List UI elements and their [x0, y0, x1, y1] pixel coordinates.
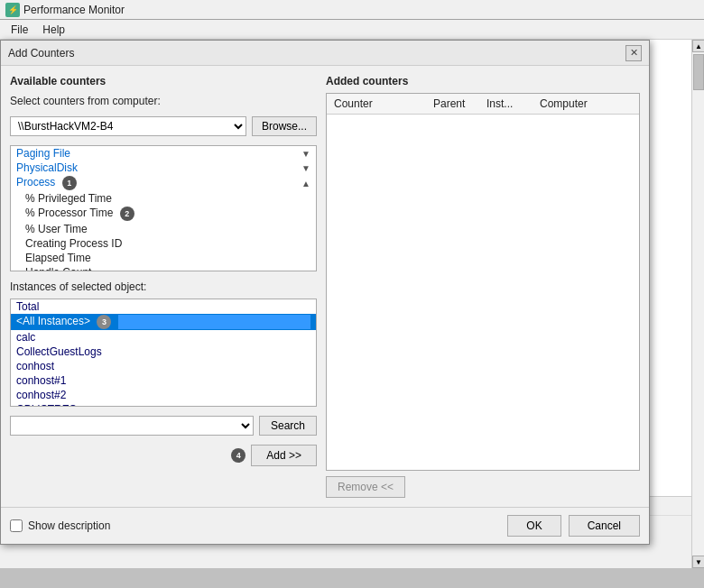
badge-1: 1	[62, 176, 77, 190]
list-item[interactable]: calc	[11, 330, 316, 345]
dialog-close-button[interactable]: ✕	[625, 45, 642, 61]
remove-button[interactable]: Remove <<	[326, 476, 405, 498]
added-counters-label: Added counters	[326, 75, 640, 87]
title-bar: ⚡ Performance Monitor	[0, 0, 704, 20]
list-item[interactable]: conhost#2	[11, 388, 316, 402]
menu-bar: File Help	[0, 20, 704, 40]
instances-listbox[interactable]: Total <All Instances> 3 calc CollectGues…	[10, 299, 317, 407]
browse-button[interactable]: Browse...	[252, 116, 317, 136]
list-item[interactable]: CPLISTRES	[11, 402, 316, 407]
list-item[interactable]: % User Time	[11, 222, 316, 236]
add-row: 4 Add >>	[10, 445, 317, 466]
dialog-bottom: Show description OK Cancel	[1, 507, 649, 544]
main-scrollbar[interactable]: ▲ ▼	[691, 40, 704, 568]
scroll-down-arrow[interactable]: ▼	[692, 556, 704, 568]
menu-help[interactable]: Help	[35, 22, 72, 38]
dialog-action-buttons: OK Cancel	[507, 515, 640, 537]
list-item[interactable]: CollectGuestLogs	[11, 345, 316, 359]
list-item-all-instances[interactable]: <All Instances> 3	[11, 314, 316, 330]
chevron-up-icon: ▲	[301, 179, 310, 188]
scroll-up-arrow[interactable]: ▲	[692, 40, 704, 52]
instances-label: Instances of selected object:	[10, 280, 317, 293]
counters-listbox[interactable]: Paging File ▼ PhysicalDisk ▼ Process 1 ▲	[10, 145, 317, 271]
dialog-title-bar: Add Counters ✕	[1, 41, 649, 66]
list-item[interactable]: Handle Count	[11, 265, 316, 271]
chevron-down-icon: ▼	[301, 149, 310, 159]
add-counters-dialog: Add Counters ✕ Available counters Select…	[0, 40, 650, 545]
search-button[interactable]: Search	[259, 416, 317, 436]
list-item[interactable]: % Privileged Time	[11, 191, 316, 206]
ok-button[interactable]: OK	[507, 515, 560, 537]
select-computer-row: Select counters from computer:	[10, 95, 317, 107]
list-item[interactable]: Paging File ▼	[11, 146, 316, 161]
show-description-label: Show description	[28, 519, 110, 532]
show-description-checkbox[interactable]	[10, 519, 23, 532]
show-description-row: Show description	[10, 519, 110, 532]
search-row: Search	[10, 416, 317, 436]
add-button[interactable]: Add >>	[251, 445, 317, 466]
list-item[interactable]: Creating Process ID	[11, 236, 316, 251]
dialog-title: Add Counters	[8, 47, 74, 60]
badge-4: 4	[231, 448, 245, 463]
list-item[interactable]: conhost#1	[11, 373, 316, 388]
cancel-button[interactable]: Cancel	[569, 515, 640, 537]
list-item[interactable]: Total	[11, 299, 316, 314]
added-counters-table[interactable]: Counter Parent Inst... Computer	[326, 93, 640, 471]
chevron-down-icon: ▼	[301, 163, 310, 173]
list-item[interactable]: PhysicalDisk ▼	[11, 161, 316, 175]
col-header-inst: Inst...	[483, 96, 536, 112]
list-item[interactable]: Elapsed Time	[11, 251, 316, 265]
list-item[interactable]: % Processor Time 2	[11, 206, 316, 222]
left-panel: Available counters Select counters from …	[10, 75, 317, 498]
computer-select[interactable]: \\BurstHackVM2-B4	[10, 116, 246, 136]
search-dropdown[interactable]	[10, 416, 254, 436]
col-header-computer: Computer	[536, 96, 635, 112]
badge-3: 3	[97, 315, 111, 329]
col-header-counter: Counter	[330, 96, 430, 112]
badge-2: 2	[120, 207, 134, 221]
table-header: Counter Parent Inst... Computer	[327, 94, 639, 115]
list-item[interactable]: conhost	[11, 359, 316, 373]
list-item-process[interactable]: Process 1 ▲	[11, 175, 316, 191]
available-counters-label: Available counters	[10, 75, 317, 87]
app-title: Performance Monitor	[23, 4, 125, 16]
selection-bar	[118, 315, 310, 329]
col-header-parent: Parent	[430, 96, 483, 112]
right-panel: Added counters Counter Parent Inst... Co…	[326, 75, 640, 498]
app-icon: ⚡	[5, 3, 20, 17]
select-computer-label: Select counters from computer:	[10, 95, 161, 107]
dialog-body: Available counters Select counters from …	[1, 66, 649, 507]
scroll-thumb[interactable]	[693, 54, 704, 90]
menu-file[interactable]: File	[4, 22, 35, 38]
